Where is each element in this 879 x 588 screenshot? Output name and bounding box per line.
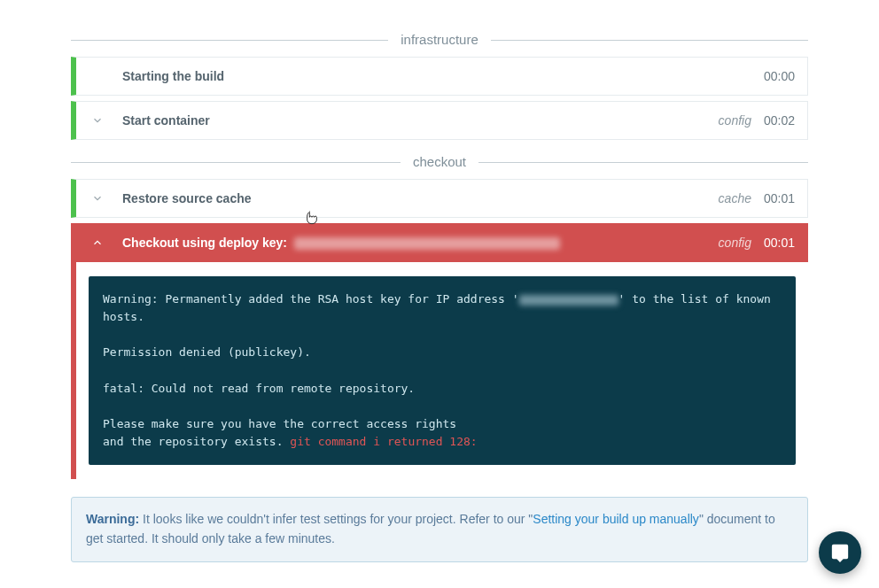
console-error-text: git command i returned 128:: [290, 435, 477, 448]
step-starting-build[interactable]: Starting the build 00:00: [71, 57, 808, 96]
step-console-container: Warning: Permanently added the RSA host …: [71, 262, 808, 479]
step-tag: config: [719, 236, 751, 250]
step-restore-source-cache[interactable]: Restore source cache cache 00:01: [71, 179, 808, 218]
console-text: Permission denied (publickey).: [103, 345, 311, 359]
redacted-ip: [519, 295, 618, 306]
step-checkout-deploy-key[interactable]: Checkout using deploy key: config 00:01: [71, 223, 808, 262]
console-text: fatal: Could not read from remote reposi…: [103, 382, 415, 395]
step-title: Restore source cache: [122, 191, 719, 205]
step-time: 00:01: [764, 191, 795, 205]
step-time: 00:00: [764, 69, 795, 83]
step-start-container[interactable]: Start container config 00:02: [71, 101, 808, 140]
chevron-down-icon: [89, 114, 106, 127]
warning-link[interactable]: Setting your build up manually: [533, 512, 699, 526]
warning-text: It looks like we couldn't infer test set…: [139, 512, 533, 526]
step-tag: cache: [719, 191, 751, 205]
step-title-text: Checkout using deploy key:: [122, 236, 287, 250]
console-text: Warning: Permanently added the RSA host …: [103, 292, 519, 306]
step-title: Start container: [122, 113, 719, 128]
console-text: and the repository exists.: [103, 435, 290, 448]
section-label: infrastructure: [388, 32, 491, 47]
step-time: 00:02: [764, 113, 795, 128]
section-label: checkout: [401, 154, 478, 169]
step-title: Checkout using deploy key:: [122, 236, 719, 250]
redacted-deploy-key: [294, 237, 560, 250]
section-divider-infrastructure: infrastructure: [71, 32, 808, 48]
chevron-down-icon: [89, 192, 106, 205]
section-divider-checkout: checkout: [71, 154, 808, 170]
console-text: Please make sure you have the correct ac…: [103, 417, 456, 430]
step-title: Starting the build: [122, 69, 764, 83]
step-tag: config: [719, 113, 751, 128]
chevron-up-icon: [89, 236, 106, 249]
help-chat-button[interactable]: [819, 531, 861, 574]
warning-infobox: Warning: It looks like we couldn't infer…: [71, 497, 808, 561]
step-time: 00:01: [764, 236, 795, 250]
console-output[interactable]: Warning: Permanently added the RSA host …: [89, 276, 796, 465]
warning-label: Warning:: [86, 512, 139, 526]
